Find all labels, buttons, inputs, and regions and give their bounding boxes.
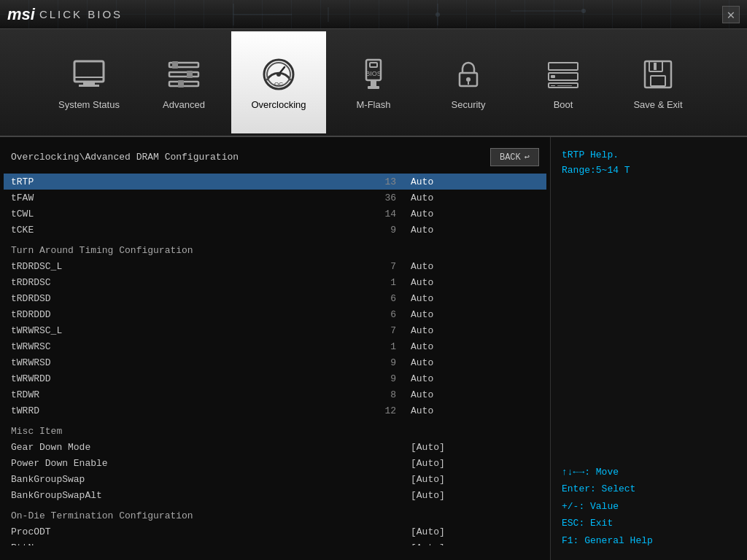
row-name: tRDRDDD xyxy=(11,309,268,320)
nav-boot-label: Boot xyxy=(554,99,573,110)
row-value: 12 xyxy=(268,405,411,416)
row-name: tRDRDSC xyxy=(11,277,268,288)
config-row[interactable]: Power Down Enable [Auto] xyxy=(4,455,546,471)
titlebar: msi CLICK BIOS ✕ xyxy=(0,0,747,29)
row-name: tFAW xyxy=(11,192,268,203)
config-row[interactable]: tRDRDSC_L 7 Auto xyxy=(4,258,546,274)
navigation-bar: System Status Advanced OC xyxy=(0,29,747,137)
row-name: BankGroupSwapAlt xyxy=(11,490,268,501)
row-name: Power Down Enable xyxy=(11,458,268,469)
breadcrumb-row: Overclocking\Advanced DRAM Configuration… xyxy=(0,144,550,170)
config-row[interactable]: Misc Item xyxy=(4,419,546,439)
config-row[interactable]: RttNom [Auto] xyxy=(4,540,546,545)
row-name: tWRWRSC_L xyxy=(11,325,268,336)
row-setting: Auto xyxy=(411,389,539,400)
config-row[interactable]: tWRWRDD 9 Auto xyxy=(4,370,546,386)
row-setting: Auto xyxy=(411,405,539,416)
row-value: 1 xyxy=(268,277,411,288)
lock-icon xyxy=(451,57,486,92)
svg-point-5 xyxy=(581,9,586,13)
svg-rect-15 xyxy=(187,71,193,78)
config-row[interactable]: tWRRD 12 Auto xyxy=(4,402,546,419)
config-row[interactable]: tFAW 36 Auto xyxy=(4,190,546,206)
row-value: 7 xyxy=(268,261,411,272)
nav-save-exit[interactable]: Save & Exit xyxy=(611,31,705,133)
row-value: 7 xyxy=(268,325,411,336)
row-name: tWRWRSD xyxy=(11,357,268,368)
close-button[interactable]: ✕ xyxy=(722,6,740,23)
svg-rect-35 xyxy=(557,85,572,86)
config-row[interactable]: tWRWRSC_L 7 Auto xyxy=(4,322,546,338)
security-icon xyxy=(449,55,487,93)
config-row[interactable]: Gear Down Mode [Auto] xyxy=(4,439,546,455)
nav-boot[interactable]: Boot xyxy=(516,31,611,133)
config-row[interactable]: tRDWR 8 Auto xyxy=(4,386,546,402)
config-row[interactable]: tRDRDSC 1 Auto xyxy=(4,274,546,290)
config-list[interactable]: tRTP 13 Auto tFAW 36 Auto tCWL 14 Auto t… xyxy=(0,174,550,545)
logo: msi CLICK BIOS xyxy=(7,5,123,24)
nav-security[interactable]: Security xyxy=(421,31,516,133)
help-title: tRTP Help. xyxy=(562,148,736,163)
row-setting: [Auto] xyxy=(411,474,539,485)
control-help: F1: General Help xyxy=(562,532,736,549)
config-row[interactable]: BankGroupSwap [Auto] xyxy=(4,471,546,487)
row-setting: Auto xyxy=(411,341,539,352)
svg-rect-7 xyxy=(74,61,104,82)
right-panel: tRTP Help. Range:5~14 T ↑↓←→: Move Enter… xyxy=(550,137,747,560)
config-row[interactable]: tRDRDDD 6 Auto xyxy=(4,306,546,322)
nav-overclocking[interactable]: OC Overclocking xyxy=(231,31,326,133)
config-row[interactable]: On-Die Termination Configuration xyxy=(4,503,546,524)
svg-text:BIOS: BIOS xyxy=(365,70,382,77)
svg-text:OC: OC xyxy=(274,81,283,88)
row-name: tWRRD xyxy=(11,405,268,416)
svg-point-20 xyxy=(276,72,281,77)
svg-rect-9 xyxy=(79,85,99,87)
row-name: ProcODT xyxy=(11,526,268,537)
overclocking-icon: OC xyxy=(260,55,298,93)
svg-rect-38 xyxy=(651,76,665,86)
row-name: tCWL xyxy=(11,209,268,219)
config-row[interactable]: tRDRDSD 6 Auto xyxy=(4,290,546,306)
help-range: Range:5~14 T xyxy=(562,163,736,179)
nav-m-flash[interactable]: BIOS M-Flash xyxy=(326,31,421,133)
row-setting: [Auto] xyxy=(411,458,539,469)
main-content: Overclocking\Advanced DRAM Configuration… xyxy=(0,137,747,560)
row-setting: Auto xyxy=(411,176,539,187)
config-row[interactable]: Turn Around Timing Configuration xyxy=(4,238,546,258)
save-exit-icon xyxy=(639,55,677,93)
nav-system-status-label: System Status xyxy=(58,99,120,110)
row-name: BankGroupSwap xyxy=(11,474,268,485)
nav-m-flash-label: M-Flash xyxy=(357,99,391,110)
row-name: tWRWRSC xyxy=(11,341,268,352)
config-row[interactable]: tWRWRSD 9 Auto xyxy=(4,354,546,370)
speedometer-icon: OC xyxy=(261,57,296,92)
row-value: 14 xyxy=(268,209,411,219)
config-row[interactable]: ProcODT [Auto] xyxy=(4,524,546,540)
config-row[interactable]: tRTP 13 Auto xyxy=(4,174,546,190)
row-setting: Auto xyxy=(411,261,539,272)
config-row[interactable]: tCKE 9 Auto xyxy=(4,222,546,238)
svg-rect-34 xyxy=(551,85,555,86)
svg-rect-26 xyxy=(368,86,379,89)
row-name: Gear Down Mode xyxy=(11,442,268,453)
svg-rect-16 xyxy=(178,80,184,88)
row-setting: Auto xyxy=(411,293,539,304)
config-row[interactable]: BankGroupSwapAlt [Auto] xyxy=(4,487,546,503)
msi-logo: msi xyxy=(7,5,35,24)
advanced-icon xyxy=(165,55,203,93)
row-value: 9 xyxy=(268,373,411,384)
svg-rect-12 xyxy=(169,72,198,77)
svg-rect-39 xyxy=(654,63,657,70)
sliders-icon xyxy=(166,57,201,92)
controls-section: ↑↓←→: Move Enter: Select +/-: Value ESC:… xyxy=(562,464,736,549)
row-setting: Auto xyxy=(411,209,539,219)
config-row[interactable]: tWRWRSC 1 Auto xyxy=(4,338,546,354)
nav-system-status[interactable]: System Status xyxy=(42,31,136,133)
row-name: tRDRDSC_L xyxy=(11,261,268,272)
config-row[interactable]: tCWL 14 Auto xyxy=(4,206,546,222)
back-button[interactable]: BACK ↩ xyxy=(490,148,539,166)
control-select: Enter: Select xyxy=(562,481,736,497)
nav-advanced[interactable]: Advanced xyxy=(136,31,231,133)
control-exit: ESC: Exit xyxy=(562,515,736,532)
monitor-icon xyxy=(71,57,107,92)
